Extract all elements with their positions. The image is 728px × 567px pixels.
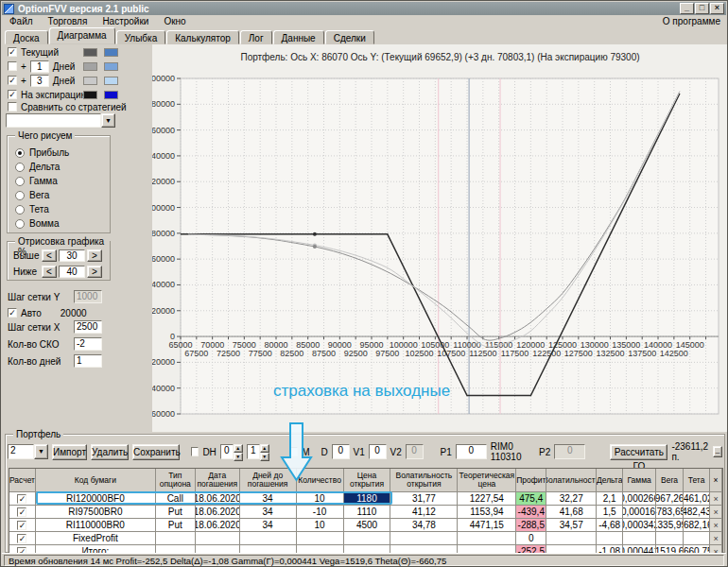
days-input[interactable]: 3 — [30, 75, 49, 87]
spin-down-icon[interactable]: ▼ — [260, 453, 269, 461]
column-header-Тип опциона[interactable]: Тип опциона — [156, 469, 196, 491]
tab-Лог[interactable]: Лог — [240, 30, 272, 44]
row-check-cell[interactable] — [9, 519, 36, 531]
spin-up-icon[interactable]: ▲ — [234, 444, 243, 453]
column-header-×[interactable]: × — [710, 469, 722, 491]
row-check-cell[interactable] — [9, 532, 36, 544]
series-checkbox[interactable] — [8, 47, 17, 57]
radio-icon[interactable] — [15, 205, 25, 215]
grid-x-input[interactable]: 2500 — [74, 320, 102, 334]
tab-Доска[interactable]: Доска — [5, 30, 48, 44]
tab-Улыбка[interactable]: Улыбка — [116, 30, 166, 44]
radio-row-Тета[interactable]: Тета — [15, 204, 49, 215]
dropdown-arrow-icon[interactable]: ▼ — [34, 444, 48, 459]
column-header-Цена открытия[interactable]: Цена открытия — [344, 469, 391, 491]
radio-row-Прибыль[interactable]: Прибыль — [15, 147, 69, 158]
tab-Калькулятор[interactable]: Калькулятор — [166, 30, 239, 44]
dropdown-arrow-icon[interactable]: ▼ — [101, 113, 115, 128]
series-checkbox[interactable] — [8, 76, 17, 85]
maximize-button[interactable]: □ — [695, 3, 709, 14]
minimize-button[interactable]: _ — [680, 3, 694, 14]
strategy-dropdown[interactable]: ▼ — [6, 113, 115, 128]
auto-checkbox[interactable] — [8, 308, 17, 318]
table-row[interactable]: RI97500BR0Put18.06.202034-10111041,12115… — [9, 506, 722, 519]
portfolio-number-value[interactable]: 2 — [8, 444, 34, 459]
sko-input[interactable]: -2 — [74, 337, 102, 351]
row-checkbox[interactable] — [17, 494, 26, 504]
column-header-Вега[interactable]: Вега — [656, 469, 684, 491]
increase-button[interactable]: > — [87, 249, 102, 262]
portfolio-number-dropdown[interactable]: 2 ▼ — [8, 444, 48, 459]
column-header-Расчет[interactable]: Расчет — [9, 469, 36, 491]
table-row[interactable]: RI110000BR0Put18.06.20203410450034,78447… — [9, 519, 722, 532]
import-button[interactable]: Импорт — [52, 444, 87, 460]
v2-field-input[interactable]: 0 — [406, 444, 424, 459]
series-checkbox[interactable] — [8, 61, 17, 71]
table-row[interactable]: RI120000BF0Call18.06.20203410118031,7712… — [9, 492, 722, 506]
range-value[interactable]: 30 — [59, 249, 85, 262]
menu-trading[interactable]: Торговля — [41, 15, 95, 27]
column-header-Код бумаги[interactable]: Код бумаги — [36, 469, 156, 491]
mini-button[interactable]: _ — [713, 446, 722, 457]
row-check-cell[interactable] — [9, 506, 36, 518]
days-input[interactable]: 1 — [30, 60, 49, 73]
column-header-Волатильность[interactable]: Волатильность — [546, 469, 597, 491]
d-field-input[interactable]: 0 — [332, 444, 350, 459]
table-row[interactable]: FixedProfit0× — [9, 532, 722, 545]
compare-strategy-checkbox[interactable] — [8, 102, 17, 112]
calc-go-button[interactable]: Рассчитать ГО — [610, 444, 667, 460]
radio-icon[interactable] — [15, 148, 25, 158]
row-delete-cell[interactable]: × — [710, 532, 722, 544]
row-checkbox[interactable] — [17, 534, 26, 543]
column-header-Тета[interactable]: Тета — [684, 469, 710, 491]
x-tick-label: 112500 — [469, 349, 496, 358]
radio-row-Дельта[interactable]: Дельта — [15, 162, 60, 172]
radio-icon[interactable] — [15, 177, 25, 186]
strategy-dropdown-value[interactable] — [6, 113, 101, 128]
tab-Диаграмма[interactable]: Диаграмма — [49, 27, 115, 44]
column-header-Дата погашения[interactable]: Дата погашения — [196, 469, 240, 491]
radio-icon[interactable] — [15, 219, 25, 229]
dh-spinner-1[interactable]: 0 ▲▼ — [220, 444, 243, 459]
dh-spinner-2[interactable]: 1 ▲▼ — [247, 444, 269, 459]
column-header-Дельта[interactable]: Дельта — [597, 469, 623, 491]
row-delete-cell[interactable]: × — [710, 519, 722, 531]
delete-button[interactable]: Удалить — [91, 444, 129, 460]
p1-field-input[interactable]: 0 — [456, 444, 487, 459]
radio-row-Вомма[interactable]: Вомма — [15, 218, 60, 229]
radio-row-Гамма[interactable]: Гамма — [15, 176, 58, 186]
v1-field-input[interactable]: 0 — [369, 444, 387, 459]
tab-Сделки[interactable]: Сделки — [325, 30, 374, 44]
menu-file[interactable]: Файл — [2, 15, 41, 27]
column-header-Волатильность открытия[interactable]: Волатильность открытия — [390, 469, 458, 491]
row-delete-cell[interactable]: × — [710, 506, 722, 518]
row-check-cell[interactable] — [9, 492, 36, 505]
increase-button[interactable]: > — [87, 266, 102, 278]
profit-chart[interactable]: 6500070000750008000085000900009500010000… — [152, 44, 728, 432]
column-header-Гамма[interactable]: Гамма — [623, 469, 656, 491]
save-button[interactable]: Сохранить — [132, 444, 180, 460]
range-value[interactable]: 40 — [59, 266, 85, 278]
dh-checkbox[interactable] — [191, 447, 199, 456]
decrease-button[interactable]: < — [42, 266, 57, 278]
spin-up-icon[interactable]: ▲ — [260, 444, 269, 453]
grid-y-input[interactable]: 1000 — [74, 290, 102, 303]
row-checkbox[interactable] — [17, 507, 26, 517]
decrease-button[interactable]: < — [42, 249, 57, 262]
menu-about[interactable]: О программе — [655, 15, 726, 27]
close-button[interactable]: × — [710, 3, 724, 14]
radio-icon[interactable] — [15, 191, 25, 200]
tab-Данные[interactable]: Данные — [273, 30, 324, 44]
days-count-input[interactable]: 1 — [74, 354, 102, 368]
series-checkbox[interactable] — [8, 90, 17, 99]
p2-field-input[interactable]: 0 — [554, 444, 585, 459]
spin-down-icon[interactable]: ▼ — [234, 453, 243, 461]
menu-settings[interactable]: Настройки — [95, 15, 156, 27]
row-delete-cell[interactable]: × — [710, 492, 722, 505]
radio-row-Вега[interactable]: Вега — [15, 190, 49, 200]
row-checkbox[interactable] — [17, 521, 26, 530]
column-header-Теоретическая цена[interactable]: Теоретическая цена — [458, 469, 516, 491]
menu-window[interactable]: Окно — [156, 15, 193, 27]
column-header-Профит[interactable]: Профит — [516, 469, 546, 491]
radio-icon[interactable] — [15, 163, 25, 172]
